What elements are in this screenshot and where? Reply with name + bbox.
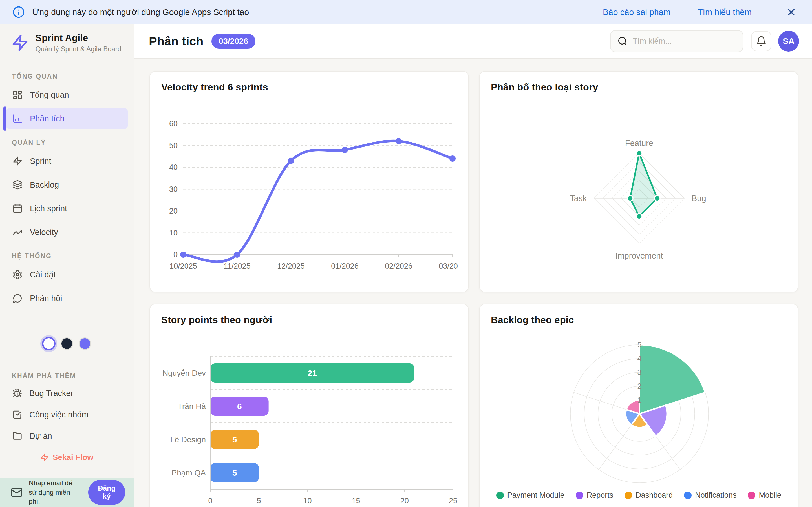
sidebar-item-layers[interactable]: Backlog xyxy=(6,174,128,195)
svg-text:Improvement: Improvement xyxy=(615,251,663,260)
card-title: Velocity trend 6 sprints xyxy=(161,82,457,93)
story-points-bar-chart: 21Nguyễn Dev6Trần Hà5Lê Design5Phạm QA 0… xyxy=(161,332,458,507)
legend-item[interactable]: Mobile xyxy=(748,491,781,500)
nav-section-label: QUẢN LÝ xyxy=(12,139,128,147)
avatar[interactable]: SA xyxy=(778,31,799,52)
legend-dot xyxy=(576,492,583,499)
svg-text:03/2026: 03/2026 xyxy=(439,262,458,270)
app-logo-icon xyxy=(11,34,29,52)
sidebar-item-trending-up[interactable]: Velocity xyxy=(6,221,128,243)
signup-button[interactable]: Đăng ký xyxy=(88,480,125,505)
info-icon xyxy=(12,6,25,18)
sidebar-item-label: Backlog xyxy=(30,180,59,189)
story-type-card: Phân bổ theo loại story FeatureBugImprov… xyxy=(479,71,799,292)
nav-section-label: TỔNG QUAN xyxy=(12,73,128,80)
svg-text:40: 40 xyxy=(169,163,177,172)
backlog-epic-card: Backlog theo epic 12345 Payment Module R… xyxy=(479,304,799,507)
layers-icon xyxy=(12,180,22,190)
story-points-card: Story points theo người 21Nguyễn Dev6Trầ… xyxy=(149,304,469,507)
sidebar-item-label: Velocity xyxy=(30,228,58,237)
svg-text:20: 20 xyxy=(400,497,409,505)
legend-item[interactable]: Notifications xyxy=(684,491,737,500)
sidebar-item-label: Phân tích xyxy=(30,114,64,123)
svg-text:5: 5 xyxy=(257,497,261,505)
svg-text:15: 15 xyxy=(352,497,360,505)
bar-chart-icon xyxy=(12,114,22,124)
sidebar-item-layout-dashboard[interactable]: Tổng quan xyxy=(6,84,128,106)
velocity-line-chart: 0102030405060 10/2025 11/2025 12/2025 01… xyxy=(161,100,458,284)
email-promo-text: Nhập email để sử dụng miễn phí. xyxy=(29,478,82,506)
svg-text:60: 60 xyxy=(169,119,177,128)
app-subtitle: Quản lý Sprint & Agile Board xyxy=(36,45,121,53)
page-header: Phân tích 03/2026 SA xyxy=(134,24,812,59)
search-icon xyxy=(617,36,627,46)
svg-text:Nguyễn Dev: Nguyễn Dev xyxy=(162,369,206,378)
legend-dot xyxy=(624,492,632,499)
legend-item[interactable]: Dashboard xyxy=(624,491,673,500)
svg-text:1: 1 xyxy=(637,396,642,404)
theme-dark-dot[interactable] xyxy=(61,338,72,349)
zap-icon xyxy=(40,453,49,462)
svg-text:50: 50 xyxy=(169,142,177,150)
page-title: Phân tích xyxy=(149,34,204,48)
sidebar-item-bar-chart[interactable]: Phân tích xyxy=(6,108,128,129)
sidebar-item-zap[interactable]: Sprint xyxy=(6,151,128,172)
theme-switcher xyxy=(6,338,128,349)
calendar-icon xyxy=(12,203,22,214)
theme-light-dot[interactable] xyxy=(43,338,54,349)
sidebar-item-calendar[interactable]: Lịch sprint xyxy=(6,198,128,219)
report-abuse-link[interactable]: Báo cáo sai phạm xyxy=(603,7,670,17)
sidebar-item-label: Tổng quan xyxy=(30,91,69,100)
settings-icon xyxy=(12,270,22,280)
layout-dashboard-icon xyxy=(12,90,22,100)
legend-item[interactable]: Payment Module xyxy=(496,491,564,500)
mail-icon xyxy=(11,487,22,498)
svg-text:0: 0 xyxy=(173,250,177,259)
backlog-polar-chart: 12345 xyxy=(491,332,788,488)
message-circle-icon xyxy=(12,293,22,303)
bell-icon xyxy=(756,36,767,47)
learn-more-link[interactable]: Tìm hiểu thêm xyxy=(698,7,752,17)
sidebar-nav: TỔNG QUAN Tổng quan Phân tíchQUẢN LÝ Spr… xyxy=(0,61,134,478)
app-logo-block: Sprint Agile Quản lý Sprint & Agile Boar… xyxy=(0,24,134,61)
zap-icon xyxy=(12,156,22,166)
sidebar-item-label: Sprint xyxy=(30,157,51,166)
svg-text:01/2026: 01/2026 xyxy=(331,262,359,270)
svg-text:5: 5 xyxy=(637,341,642,349)
sidebar-item-label: Bug Tracker xyxy=(29,389,73,398)
search-box[interactable] xyxy=(610,30,743,52)
sprint-month-badge: 03/2026 xyxy=(211,34,256,49)
notifications-button[interactable] xyxy=(751,31,771,51)
close-banner-icon[interactable] xyxy=(785,6,797,18)
main-content: Velocity trend 6 sprints 0102030405060 1… xyxy=(134,59,812,507)
sidebar-item-label: Lịch sprint xyxy=(30,204,67,213)
card-title: Backlog theo epic xyxy=(491,314,786,325)
sidebar-item-label: Cài đặt xyxy=(30,270,56,279)
svg-text:25: 25 xyxy=(449,497,457,505)
legend-dot xyxy=(496,492,504,499)
search-input[interactable] xyxy=(633,37,736,46)
svg-text:30: 30 xyxy=(169,185,177,193)
legend-item[interactable]: Reports xyxy=(576,491,613,500)
sekai-flow-link[interactable]: Sekai Flow xyxy=(6,453,128,462)
svg-text:Phạm QA: Phạm QA xyxy=(172,468,206,477)
sidebar-item-bug[interactable]: Bug Tracker xyxy=(6,384,128,403)
sidebar-item-settings[interactable]: Cài đặt xyxy=(6,264,128,285)
card-title: Phân bổ theo loại story xyxy=(491,82,786,93)
sidebar-item-folder[interactable]: Dự án xyxy=(6,427,128,446)
sidebar-item-message-circle[interactable]: Phản hồi xyxy=(6,288,128,309)
svg-text:20: 20 xyxy=(169,207,177,215)
discover-section: KHÁM PHÁ THÊM Bug Tracker Công việc nhóm… xyxy=(6,361,128,446)
theme-indigo-dot[interactable] xyxy=(80,338,90,349)
sidebar-item-check-square[interactable]: Công việc nhóm xyxy=(6,405,128,424)
app-name: Sprint Agile xyxy=(36,33,121,43)
sidebar-item-label: Phản hồi xyxy=(30,294,62,303)
svg-text:10: 10 xyxy=(303,497,312,505)
svg-text:Trần Hà: Trần Hà xyxy=(177,402,206,411)
legend-dot xyxy=(748,492,755,499)
svg-text:3: 3 xyxy=(637,368,642,377)
sidebar-item-label: Dự án xyxy=(29,432,52,441)
svg-text:02/2026: 02/2026 xyxy=(385,262,412,270)
check-square-icon xyxy=(12,410,22,419)
svg-text:12/2025: 12/2025 xyxy=(277,262,305,270)
